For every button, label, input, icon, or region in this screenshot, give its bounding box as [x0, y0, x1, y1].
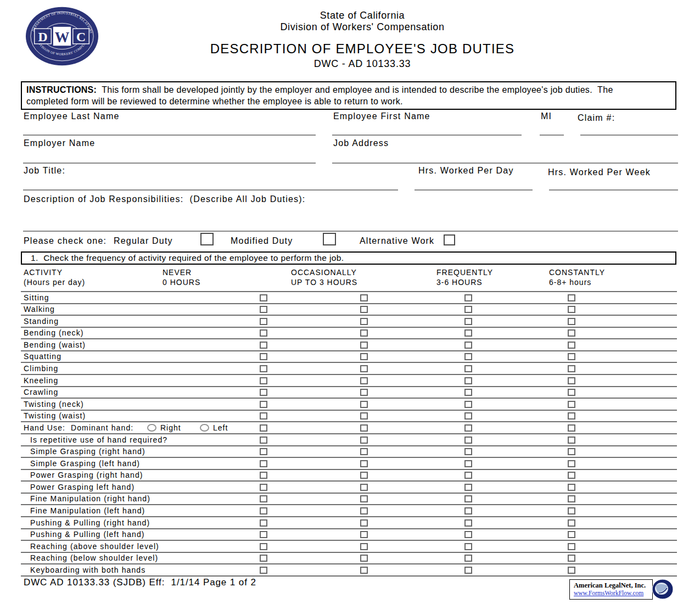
activity-checkbox-never[interactable]	[260, 543, 267, 550]
activity-checkbox-frequently[interactable]	[464, 389, 472, 396]
activity-checkbox-constantly[interactable]	[568, 365, 575, 372]
activity-checkbox-occasionally[interactable]	[360, 507, 368, 514]
activity-checkbox-occasionally[interactable]	[360, 412, 368, 420]
activity-checkbox-frequently[interactable]	[464, 507, 472, 514]
activity-checkbox-occasionally[interactable]	[360, 472, 368, 479]
activity-checkbox-constantly[interactable]	[568, 401, 575, 408]
activity-checkbox-constantly[interactable]	[568, 412, 575, 420]
activity-checkbox-constantly[interactable]	[568, 543, 575, 550]
activity-checkbox-never[interactable]	[260, 329, 267, 337]
activity-checkbox-frequently[interactable]	[464, 437, 472, 444]
job-responsibilities-input-line[interactable]	[23, 231, 678, 232]
activity-checkbox-frequently[interactable]	[464, 531, 472, 538]
activity-checkbox-never[interactable]	[260, 294, 267, 301]
activity-checkbox-occasionally[interactable]	[360, 342, 368, 349]
activity-checkbox-never[interactable]	[260, 353, 267, 360]
employer-name-input-line[interactable]	[23, 163, 316, 164]
activity-checkbox-occasionally[interactable]	[360, 495, 368, 502]
activity-checkbox-occasionally[interactable]	[360, 365, 368, 372]
activity-checkbox-frequently[interactable]	[464, 294, 472, 301]
activity-checkbox-constantly[interactable]	[568, 519, 575, 527]
activity-checkbox-frequently[interactable]	[464, 318, 472, 325]
activity-checkbox-constantly[interactable]	[568, 342, 575, 349]
activity-checkbox-never[interactable]	[260, 412, 267, 420]
job-title-input-line[interactable]	[23, 189, 398, 191]
activity-checkbox-never[interactable]	[260, 342, 267, 349]
activity-checkbox-frequently[interactable]	[464, 495, 472, 502]
activity-checkbox-occasionally[interactable]	[360, 437, 368, 444]
activity-checkbox-never[interactable]	[260, 567, 267, 574]
activity-checkbox-frequently[interactable]	[464, 329, 472, 337]
activity-checkbox-frequently[interactable]	[464, 519, 472, 527]
activity-checkbox-occasionally[interactable]	[360, 460, 368, 467]
activity-checkbox-never[interactable]	[260, 318, 267, 325]
regular-duty-checkbox[interactable]	[200, 233, 214, 245]
middle-initial-input-line[interactable]	[540, 135, 564, 136]
activity-checkbox-constantly[interactable]	[568, 448, 575, 455]
activity-checkbox-constantly[interactable]	[568, 567, 575, 574]
activity-checkbox-frequently[interactable]	[464, 543, 472, 550]
activity-checkbox-never[interactable]	[260, 401, 267, 408]
activity-checkbox-never[interactable]	[260, 365, 267, 372]
activity-checkbox-frequently[interactable]	[464, 342, 472, 349]
hrs-per-day-input-line[interactable]	[415, 189, 533, 191]
activity-checkbox-occasionally[interactable]	[360, 329, 368, 337]
activity-checkbox-frequently[interactable]	[464, 484, 472, 491]
activity-checkbox-never[interactable]	[260, 472, 267, 479]
activity-checkbox-constantly[interactable]	[568, 507, 575, 514]
job-address-input-line[interactable]	[332, 163, 678, 164]
activity-checkbox-occasionally[interactable]	[360, 353, 368, 360]
activity-checkbox-occasionally[interactable]	[360, 531, 368, 538]
activity-checkbox-constantly[interactable]	[568, 531, 575, 538]
activity-checkbox-constantly[interactable]	[568, 484, 575, 491]
hrs-per-week-input-line[interactable]	[549, 189, 678, 191]
activity-checkbox-constantly[interactable]	[568, 495, 575, 502]
activity-checkbox-constantly[interactable]	[568, 424, 575, 432]
activity-checkbox-constantly[interactable]	[568, 318, 575, 325]
activity-checkbox-occasionally[interactable]	[360, 306, 368, 313]
activity-checkbox-frequently[interactable]	[464, 460, 472, 467]
activity-checkbox-frequently[interactable]	[464, 412, 472, 420]
activity-checkbox-never[interactable]	[260, 507, 267, 514]
activity-checkbox-occasionally[interactable]	[360, 389, 368, 396]
activity-checkbox-occasionally[interactable]	[360, 519, 368, 527]
activity-checkbox-never[interactable]	[260, 306, 267, 313]
activity-checkbox-occasionally[interactable]	[360, 448, 368, 455]
activity-checkbox-never[interactable]	[260, 519, 267, 527]
activity-checkbox-constantly[interactable]	[568, 437, 575, 444]
activity-checkbox-constantly[interactable]	[568, 460, 575, 467]
claim-number-input-line[interactable]	[580, 135, 678, 136]
activity-checkbox-constantly[interactable]	[568, 389, 575, 396]
employee-last-name-input-line[interactable]	[23, 135, 316, 136]
activity-checkbox-occasionally[interactable]	[360, 318, 368, 325]
activity-checkbox-frequently[interactable]	[464, 424, 472, 432]
activity-checkbox-never[interactable]	[260, 555, 267, 562]
activity-checkbox-frequently[interactable]	[464, 401, 472, 408]
activity-checkbox-never[interactable]	[260, 484, 267, 491]
activity-checkbox-constantly[interactable]	[568, 377, 575, 384]
activity-checkbox-occasionally[interactable]	[360, 484, 368, 491]
activity-checkbox-constantly[interactable]	[568, 472, 575, 479]
activity-checkbox-occasionally[interactable]	[360, 543, 368, 550]
alternative-work-checkbox[interactable]	[444, 234, 455, 245]
activity-checkbox-never[interactable]	[260, 448, 267, 455]
activity-checkbox-constantly[interactable]	[568, 306, 575, 313]
activity-checkbox-frequently[interactable]	[464, 555, 472, 562]
dominant-hand-left-radio[interactable]	[200, 424, 209, 432]
activity-checkbox-occasionally[interactable]	[360, 424, 368, 432]
activity-checkbox-frequently[interactable]	[464, 353, 472, 360]
legalnet-url-link[interactable]: www.FormsWorkFlow.com	[574, 589, 650, 597]
activity-checkbox-constantly[interactable]	[568, 555, 575, 562]
activity-checkbox-frequently[interactable]	[464, 365, 472, 372]
activity-checkbox-never[interactable]	[260, 531, 267, 538]
activity-checkbox-constantly[interactable]	[568, 329, 575, 337]
activity-checkbox-never[interactable]	[260, 460, 267, 467]
activity-checkbox-never[interactable]	[260, 424, 267, 432]
activity-checkbox-frequently[interactable]	[464, 306, 472, 313]
activity-checkbox-constantly[interactable]	[568, 294, 575, 301]
activity-checkbox-occasionally[interactable]	[360, 567, 368, 574]
activity-checkbox-frequently[interactable]	[464, 448, 472, 455]
activity-checkbox-occasionally[interactable]	[360, 555, 368, 562]
activity-checkbox-occasionally[interactable]	[360, 401, 368, 408]
activity-checkbox-never[interactable]	[260, 377, 267, 384]
